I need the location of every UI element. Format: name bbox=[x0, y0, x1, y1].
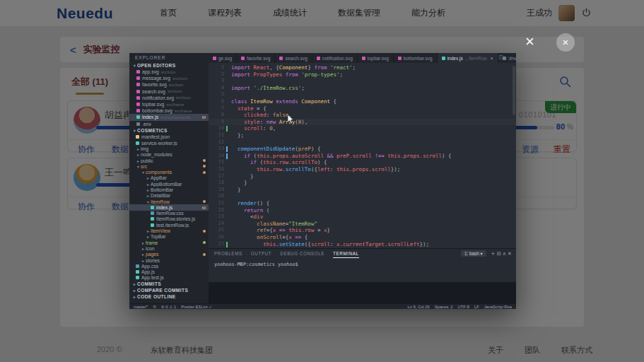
file-icon-svg bbox=[279, 57, 283, 60]
file-label: App.css bbox=[141, 264, 158, 269]
tree-BottomBar: ▸BottomBar bbox=[129, 187, 209, 192]
file-label: test.ItemRow.js bbox=[156, 223, 189, 228]
code-text: class ItemRow extends Component { bbox=[231, 98, 336, 105]
file-label: message.svg bbox=[142, 76, 170, 81]
tree-node_modules: ▸node_modules bbox=[129, 152, 209, 158]
editor-tab-bottombar.svg: bottombar.svg bbox=[394, 53, 438, 63]
file-label: DetailBar bbox=[151, 193, 170, 198]
code-line: 21 render() { bbox=[209, 200, 516, 207]
line-number: 5 bbox=[210, 91, 224, 98]
tree-arrow-icon: ▸ bbox=[141, 252, 146, 257]
git-modified-badge: M bbox=[202, 115, 206, 119]
git-gutter-mark bbox=[226, 153, 228, 159]
file-label: bottombar.svg bbox=[142, 108, 172, 113]
file-label: App.js bbox=[141, 269, 155, 274]
tree-arrow-icon: ▸ bbox=[132, 281, 137, 286]
tree-manifest.json: manifest.json bbox=[129, 134, 209, 140]
status-item: Ln 9, Col 26 bbox=[407, 305, 429, 309]
editor-tabbar: ge.svgfavorite.svgsearch.svgnotification… bbox=[209, 53, 516, 63]
file-label: .env bbox=[142, 122, 151, 127]
file-icon-js bbox=[136, 141, 139, 145]
file-icon-svg bbox=[136, 76, 140, 80]
file-label: search.svg bbox=[142, 89, 165, 94]
tree-src: ▾src bbox=[129, 163, 209, 169]
status-item: JavaScript Rea bbox=[484, 305, 512, 309]
code-text: if (this.props.autoScroll && preP.scroll… bbox=[231, 153, 452, 160]
line-number: 3 bbox=[210, 78, 224, 85]
file-icon-js bbox=[136, 276, 139, 279]
explorer-title: EXPLORER bbox=[135, 55, 165, 60]
tree-ItemView: ▸ItemView bbox=[129, 228, 209, 233]
line-number: 16 bbox=[210, 166, 224, 173]
file-label: COMMITS bbox=[137, 281, 161, 286]
code-line: 14 if (this.props.autoScroll && preP.scr… bbox=[209, 153, 516, 160]
file-label: favorite.svg bbox=[142, 82, 167, 87]
status-item: Spaces: 2 bbox=[435, 305, 453, 309]
open-editor-.env: .env bbox=[129, 121, 209, 127]
terminal-panel: PROBLEMSOUTPUTDEBUG CONSOLETERMINAL 1: b… bbox=[209, 248, 516, 303]
editor-tab-search.svg: search.svg bbox=[275, 53, 312, 63]
terminal-action-icons: + ⊟ ∧ ✕ bbox=[491, 251, 512, 257]
file-label: app.svg bbox=[142, 69, 159, 74]
line-number: 7 bbox=[210, 105, 224, 112]
tree-App.js: App.js bbox=[129, 269, 209, 275]
open-editor-topbar.svg: topbar.svgsrc/frame bbox=[129, 101, 209, 107]
tree-arrow-icon: ▸ bbox=[141, 258, 146, 263]
tree-ItemRow: ▾ItemRow bbox=[129, 199, 209, 204]
file-label: COMPARE COMMITS bbox=[137, 288, 188, 293]
file-label: BottomBar bbox=[151, 187, 173, 192]
code-line: 8 clicked: false, bbox=[209, 112, 516, 119]
code-text: onScroll={x => { bbox=[231, 234, 308, 241]
tab-close-icon: × bbox=[491, 56, 493, 61]
file-label: TopBar bbox=[151, 234, 166, 239]
file-label: components bbox=[146, 170, 172, 175]
code-line: 10 scroll: 0, bbox=[209, 125, 516, 132]
line-number: 19 bbox=[210, 187, 224, 194]
close-icon[interactable]: × bbox=[525, 33, 534, 51]
open-editor-index.js: index.jssrc/components.M bbox=[129, 114, 209, 120]
terminal-controls: 1: bash ▾ + ⊟ ∧ ✕ bbox=[461, 250, 512, 257]
status-item: UTF-8 bbox=[457, 305, 469, 309]
code-text: <div bbox=[231, 214, 263, 221]
close-circle-icon[interactable]: × bbox=[556, 33, 575, 52]
shell-select: 1: bash ▾ bbox=[461, 250, 486, 257]
code-line: 20 bbox=[209, 193, 516, 200]
line-number: 4 bbox=[210, 85, 224, 92]
line-number: 22 bbox=[210, 207, 224, 214]
tab-label: topbar.svg bbox=[368, 56, 389, 61]
code-line: 12 bbox=[209, 139, 516, 146]
tree-App.test.js: App.test.js bbox=[129, 275, 209, 281]
editor-tab-notification.svg: notification.svg bbox=[312, 53, 358, 63]
line-number: 17 bbox=[210, 173, 224, 180]
tree-arrow-icon: ▸ bbox=[146, 187, 151, 192]
code-editor: 1import React, {Component} from 'react';… bbox=[209, 63, 516, 248]
file-path: src/frame bbox=[166, 103, 184, 107]
modified-dot bbox=[203, 253, 206, 256]
file-icon-svg bbox=[241, 57, 245, 60]
code-line: 1import React, {Component} from 'react'; bbox=[209, 64, 516, 71]
line-number: 2 bbox=[210, 71, 224, 78]
tree-AppBar: ▸AppBar bbox=[129, 175, 209, 181]
code-text: className="ItemRow" bbox=[231, 221, 317, 228]
status-bar: master*⟲⊘ 0 ⚠ 1Prettier ESLint ✓ Ln 9, C… bbox=[129, 303, 516, 309]
code-line: 9 style: new Array(8), bbox=[209, 119, 516, 126]
file-icon-js bbox=[136, 270, 139, 274]
line-number: 23 bbox=[210, 214, 224, 221]
code-line: 6class ItemRow extends Component { bbox=[209, 98, 516, 105]
file-label: ItemView bbox=[151, 228, 170, 233]
file-icon-svg bbox=[136, 103, 140, 106]
tree-App.css: App.css bbox=[129, 263, 209, 269]
code-text: ref={x => this.row = x} bbox=[231, 227, 330, 234]
vscode-screenshot: EXPLORER ▾OPEN EDITORSapp.svgsrc/iconmes… bbox=[129, 53, 516, 309]
tree-arrow-icon: ▸ bbox=[141, 240, 146, 245]
tree-TopBar: ▸TopBar bbox=[129, 234, 209, 240]
git-gutter-mark bbox=[226, 126, 228, 132]
open-editor-search.svg: search.svgsrc/icon bbox=[129, 88, 209, 95]
tree-arrow-icon: ▸ bbox=[132, 294, 137, 299]
terminal-prompt: yoohoos-MBP:cosmetics yoohoo$ bbox=[214, 262, 298, 267]
status-item: master* bbox=[134, 305, 148, 309]
open-editor-notification.svg: notification.svgsrc/icon bbox=[129, 95, 209, 101]
editor-tab-favorite.svg: favorite.svg bbox=[237, 53, 275, 63]
file-icon-svg bbox=[362, 57, 365, 60]
file-icon-warn bbox=[136, 135, 139, 139]
